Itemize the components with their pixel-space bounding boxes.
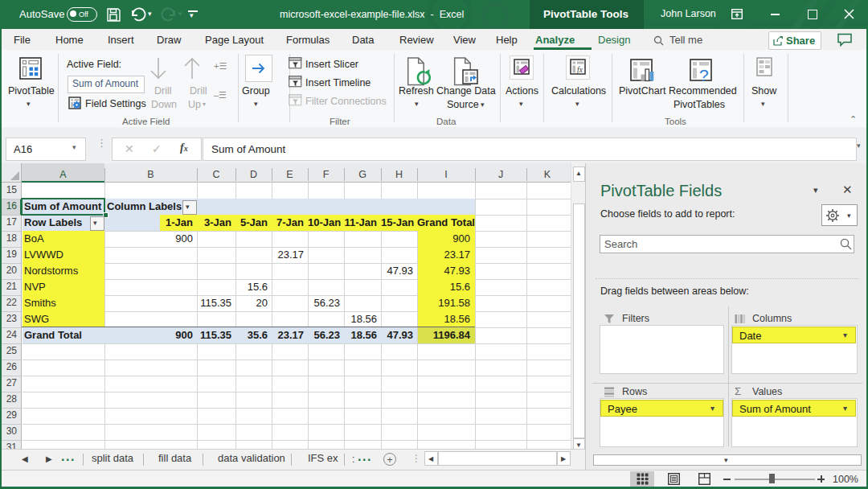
svg-text:?: ?: [699, 66, 709, 84]
svg-text:fx: fx: [577, 66, 583, 74]
